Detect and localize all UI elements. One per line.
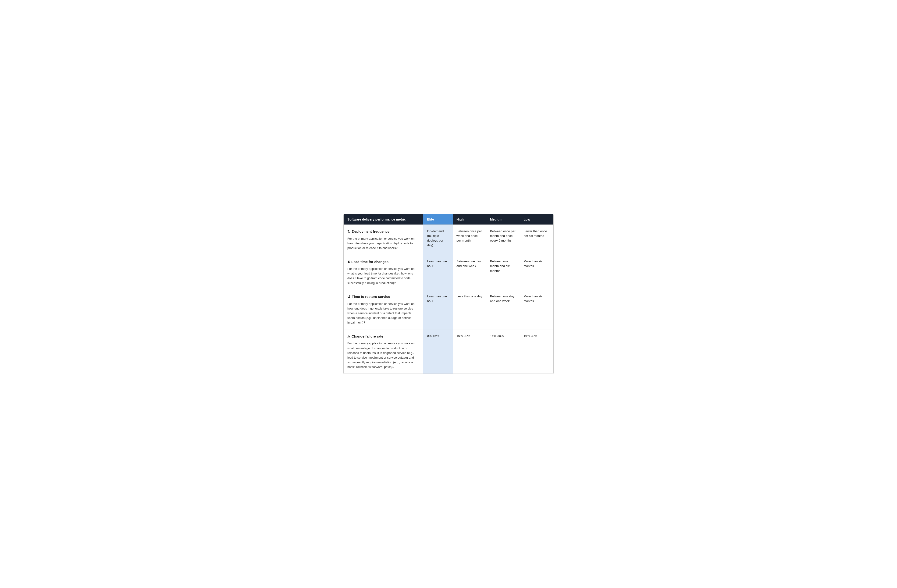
table-row-change-failure-rate: △Change failure rateFor the primary appl… bbox=[344, 329, 553, 374]
low-value-lead-time: More than six months bbox=[520, 255, 553, 290]
header-high: High bbox=[453, 214, 486, 225]
high-value-lead-time: Between one day and one week bbox=[453, 255, 486, 290]
table-row-time-to-restore: ↺Time to restore serviceFor the primary … bbox=[344, 290, 553, 329]
metric-description-change-failure-rate: For the primary application or service y… bbox=[347, 341, 419, 369]
elite-value-deployment-frequency: On-demand (multiple deploys per day) bbox=[423, 225, 453, 255]
high-value-deployment-frequency: Between once per week and once per month bbox=[453, 225, 486, 255]
metric-icon-change-failure-rate: △ bbox=[347, 334, 350, 339]
metric-icon-time-to-restore: ↺ bbox=[347, 294, 351, 300]
metric-cell-change-failure-rate: △Change failure rateFor the primary appl… bbox=[344, 329, 423, 374]
metric-icon-lead-time: ⧗ bbox=[347, 259, 350, 265]
low-value-change-failure-rate: 16%-30% bbox=[520, 329, 553, 374]
table-row-lead-time: ⧗Lead time for changesFor the primary ap… bbox=[344, 255, 553, 290]
elite-value-change-failure-rate: 0%-15% bbox=[423, 329, 453, 374]
metric-icon-deployment-frequency: ↻ bbox=[347, 229, 351, 234]
high-value-time-to-restore: Less than one day bbox=[453, 290, 486, 329]
metric-title-deployment-frequency: Deployment frequency bbox=[352, 229, 390, 234]
header-low: Low bbox=[520, 214, 553, 225]
header-medium: Medium bbox=[486, 214, 520, 225]
medium-value-deployment-frequency: Between once per month and once every 6 … bbox=[486, 225, 520, 255]
metric-cell-deployment-frequency: ↻Deployment frequencyFor the primary app… bbox=[344, 225, 423, 255]
metric-cell-lead-time: ⧗Lead time for changesFor the primary ap… bbox=[344, 255, 423, 290]
medium-value-lead-time: Between one month and six months bbox=[486, 255, 520, 290]
metric-description-deployment-frequency: For the primary application or service y… bbox=[347, 236, 419, 250]
medium-value-time-to-restore: Between one day and one week bbox=[486, 290, 520, 329]
elite-value-time-to-restore: Less than one hour bbox=[423, 290, 453, 329]
low-value-time-to-restore: More than six months bbox=[520, 290, 553, 329]
metric-title-time-to-restore: Time to restore service bbox=[352, 294, 390, 300]
elite-value-lead-time: Less than one hour bbox=[423, 255, 453, 290]
table-row-deployment-frequency: ↻Deployment frequencyFor the primary app… bbox=[344, 225, 553, 255]
metric-cell-time-to-restore: ↺Time to restore serviceFor the primary … bbox=[344, 290, 423, 329]
high-value-change-failure-rate: 16%-30% bbox=[453, 329, 486, 374]
metric-description-lead-time: For the primary application or service y… bbox=[347, 266, 419, 285]
low-value-deployment-frequency: Fewer than once per six months bbox=[520, 225, 553, 255]
metric-title-lead-time: Lead time for changes bbox=[351, 259, 389, 265]
header-elite: Elite bbox=[423, 214, 453, 225]
header-metric: Software delivery performance metric bbox=[344, 214, 423, 225]
performance-table: Software delivery performance metric Eli… bbox=[343, 214, 554, 374]
medium-value-change-failure-rate: 16%-30% bbox=[486, 329, 520, 374]
metric-description-time-to-restore: For the primary application or service y… bbox=[347, 302, 419, 325]
metric-title-change-failure-rate: Change failure rate bbox=[352, 334, 383, 339]
